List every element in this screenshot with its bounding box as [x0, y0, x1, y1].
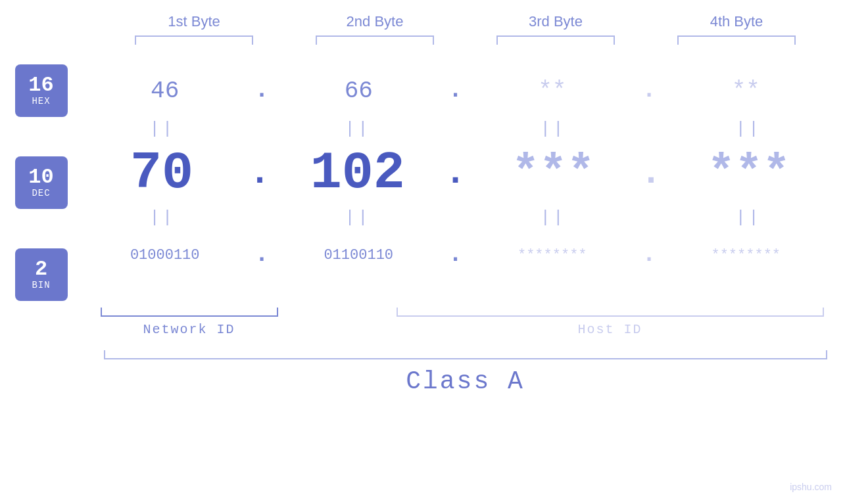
- dec-row: 70 . 102 . *** . ***: [81, 140, 831, 206]
- main-container: 1st Byte 2nd Byte 3rd Byte 4th Byte 16 H…: [0, 0, 845, 504]
- bin-b1: 01000110: [93, 247, 237, 263]
- hex-number: 16: [28, 75, 53, 96]
- hex-row: 46 . 66 . ** . **: [81, 64, 831, 117]
- network-id-label: Network ID: [101, 322, 278, 337]
- eq2: ||: [285, 119, 430, 139]
- hex-b3: **: [480, 78, 625, 104]
- dec-badge: 10 DEC: [15, 156, 68, 209]
- dot-hex-3: .: [642, 79, 656, 103]
- eq8: ||: [676, 208, 821, 227]
- bracket-byte3: [496, 35, 615, 45]
- host-id-label: Host ID: [397, 322, 824, 337]
- bin-number: 2: [35, 259, 47, 280]
- network-id-bracket: [101, 308, 278, 317]
- top-brackets: [104, 35, 827, 45]
- dot-dec-3: .: [640, 155, 662, 191]
- sep-dec-bin: || || || ||: [81, 206, 831, 229]
- bracket-byte4: [677, 35, 796, 45]
- host-id-bracket: [397, 308, 824, 317]
- bin-badge: 2 BIN: [15, 248, 68, 301]
- eq7: ||: [481, 208, 625, 227]
- byte1-label: 1st Byte: [122, 13, 266, 30]
- eq6: ||: [285, 208, 430, 227]
- dot-dec-1: .: [249, 155, 270, 191]
- eq4: ||: [676, 119, 821, 139]
- dec-b4: ***: [677, 147, 821, 199]
- bin-b3: ********: [480, 247, 625, 263]
- hex-b2: 66: [286, 78, 431, 104]
- class-bracket: [104, 350, 827, 359]
- watermark: ipshu.com: [790, 482, 832, 492]
- hex-b1: 46: [93, 78, 237, 104]
- eq3: ||: [481, 119, 625, 139]
- byte-headers: 1st Byte 2nd Byte 3rd Byte 4th Byte: [104, 13, 827, 30]
- dot-dec-2: .: [445, 155, 466, 191]
- byte4-label: 4th Byte: [664, 13, 809, 30]
- byte3-label: 3rd Byte: [483, 13, 628, 30]
- bin-row: 01000110 . 01100110 . ******** . *******…: [81, 229, 831, 281]
- class-label: Class A: [406, 367, 525, 396]
- bin-name: BIN: [32, 280, 50, 290]
- bin-b4: ********: [673, 247, 818, 263]
- dot-bin-1: .: [254, 243, 269, 267]
- ip-grid: 46 . 66 . ** . ** || || || || 70: [81, 64, 831, 281]
- bracket-byte1: [135, 35, 253, 45]
- bracket-byte2: [316, 35, 434, 45]
- dec-b2: 102: [285, 143, 430, 203]
- base-badges-column: 16 HEX 10 DEC 2 BIN: [15, 64, 68, 301]
- dec-name: DEC: [32, 188, 50, 198]
- hex-b4: **: [673, 78, 818, 104]
- dot-bin-2: .: [448, 243, 463, 267]
- bin-b2: 01100110: [286, 247, 431, 263]
- byte2-label: 2nd Byte: [302, 13, 447, 30]
- dot-bin-3: .: [642, 243, 656, 267]
- dec-b1: 70: [89, 143, 234, 203]
- sep-hex-dec: || || || ||: [81, 117, 831, 140]
- hex-name: HEX: [32, 96, 50, 106]
- eq1: ||: [90, 119, 235, 139]
- eq5: ||: [90, 208, 235, 227]
- dec-b3: ***: [481, 147, 625, 199]
- hex-badge: 16 HEX: [15, 64, 68, 117]
- dec-number: 10: [28, 167, 53, 188]
- dot-hex-1: .: [254, 79, 269, 103]
- dot-hex-2: .: [448, 79, 463, 103]
